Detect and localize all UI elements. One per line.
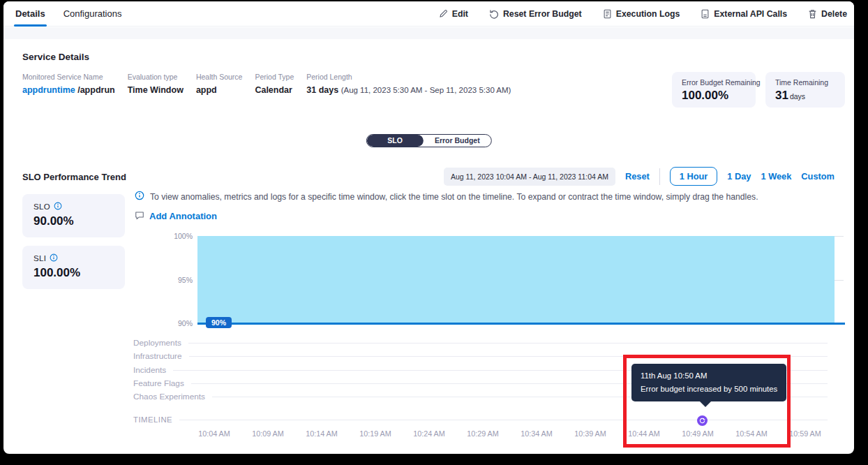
evaluation-type-label: Evaluation type xyxy=(128,73,184,81)
reset-button[interactable]: Reset xyxy=(625,171,650,182)
range-custom[interactable]: Custom xyxy=(801,171,835,182)
lane-line xyxy=(189,356,828,357)
x-tick: 10:29 AM xyxy=(462,429,504,438)
period-length-value: 31 days xyxy=(306,85,338,95)
x-tick: 10:54 AM xyxy=(731,429,772,438)
x-tick: 10:04 AM xyxy=(193,429,235,438)
edit-icon xyxy=(439,9,448,18)
y-tick-95: 95% xyxy=(161,276,193,284)
app-window: Details Configurations Edit Reset Error … xyxy=(3,1,854,454)
toggle-error-budget[interactable]: Error Budget xyxy=(424,135,491,147)
time-remaining-unit: days xyxy=(790,92,805,101)
add-annotation-button[interactable]: Add Annotation xyxy=(135,210,217,222)
range-1-day[interactable]: 1 Day xyxy=(727,171,751,182)
header-divider-band xyxy=(3,27,854,39)
tab-details[interactable]: Details xyxy=(15,1,45,27)
delete-button-label: Delete xyxy=(821,9,847,19)
sli-value: 100.00% xyxy=(33,266,114,280)
time-range-controls: Aug 11, 2023 10:04 AM - Aug 11, 2023 11:… xyxy=(444,167,835,186)
reset-error-budget-label: Reset Error Budget xyxy=(503,9,582,19)
slo-target-line xyxy=(197,323,845,325)
x-tick: 10:19 AM xyxy=(354,429,396,438)
edit-button-label: Edit xyxy=(452,9,468,19)
sli-label: SLI xyxy=(33,254,46,263)
toolbar: Edit Reset Error Budget Execution Logs E… xyxy=(439,9,847,19)
y-tick-90: 90% xyxy=(161,319,193,327)
timeline-info-text: To view anomalies, metrics and logs for … xyxy=(150,192,758,202)
lane-chaos-experiments-label: Chaos Experiments xyxy=(133,392,205,401)
monitored-service-path: /appdrun xyxy=(77,85,114,95)
annotation-tooltip-text: Error budget increased by 500 minutes xyxy=(641,383,777,396)
evaluation-type-value: Time Window xyxy=(128,85,184,95)
timeline-label: TIMELINE xyxy=(133,415,172,424)
slo-info-icon[interactable] xyxy=(54,202,62,212)
lane-deployments-label: Deployments xyxy=(133,338,181,348)
divider xyxy=(659,168,660,185)
slo-stat-card: SLO 90.00% xyxy=(22,194,125,237)
chat-bubble-icon xyxy=(135,210,144,222)
reset-icon xyxy=(489,9,499,19)
slo-performance-trend-title: SLO Performance Trend xyxy=(22,172,126,182)
field-evaluation-type: Evaluation type Time Window xyxy=(128,73,184,95)
period-length-label: Period Length xyxy=(306,73,511,81)
time-remaining-label: Time Remaining xyxy=(775,78,835,87)
time-remaining-card: Time Remaining 31days xyxy=(765,72,845,108)
external-api-calls-button[interactable]: External API Calls xyxy=(701,9,787,19)
info-icon xyxy=(135,191,144,202)
error-budget-remaining-card: Error Budget Remaining 100.00% xyxy=(672,72,756,108)
field-monitored-service: Monitored Service Name appdruntime /appd… xyxy=(22,73,115,95)
error-budget-remaining-label: Error Budget Remaining xyxy=(682,78,746,87)
external-api-calls-label: External API Calls xyxy=(714,9,787,19)
toggle-slo[interactable]: SLO xyxy=(366,135,424,147)
service-details-fields: Monitored Service Name appdruntime /appd… xyxy=(22,73,511,95)
range-1-hour[interactable]: 1 Hour xyxy=(670,167,718,186)
y-tick-100: 100% xyxy=(161,232,193,240)
annotation-tooltip-time: 11th Aug 10:50 AM xyxy=(641,369,777,383)
sli-stat-card: SLI 100.00% xyxy=(22,246,125,289)
slo-label: SLO xyxy=(33,202,50,211)
period-type-label: Period Type xyxy=(255,73,294,81)
delete-button[interactable]: Delete xyxy=(808,9,847,19)
error-budget-remaining-value: 100.00% xyxy=(682,89,746,103)
trash-icon xyxy=(808,9,817,19)
slo-error-budget-toggle: SLO Error Budget xyxy=(366,134,491,147)
annotation-tooltip: 11th Aug 10:50 AM Error budget increased… xyxy=(631,364,786,401)
x-tick: 10:24 AM xyxy=(408,429,450,438)
lane-feature-flags-label: Feature Flags xyxy=(133,378,184,388)
execution-logs-button[interactable]: Execution Logs xyxy=(603,9,680,19)
period-length-detail: (Aug 11, 2023 5:30 AM - Sep 11, 2023 5:3… xyxy=(341,86,511,94)
time-remaining-value: 31 xyxy=(775,89,788,102)
x-tick: 10:34 AM xyxy=(516,429,558,438)
add-annotation-label: Add Annotation xyxy=(149,211,217,221)
x-tick: 10:44 AM xyxy=(623,429,665,438)
execution-logs-label: Execution Logs xyxy=(616,9,680,19)
x-tick: 10:39 AM xyxy=(569,429,611,438)
period-type-value: Calendar xyxy=(255,85,294,95)
edit-button[interactable]: Edit xyxy=(439,9,468,19)
annotation-marker-icon[interactable] xyxy=(697,415,708,426)
document-lines-icon xyxy=(701,9,710,19)
lane-infrastructure[interactable]: Infrastructure xyxy=(133,351,828,361)
sli-info-icon[interactable] xyxy=(50,253,58,263)
health-source-value: appd xyxy=(196,85,243,95)
x-tick: 10:09 AM xyxy=(247,429,289,438)
monitored-service-link[interactable]: appdruntime xyxy=(22,85,75,95)
slo-value: 90.00% xyxy=(33,214,114,228)
lane-deployments[interactable]: Deployments xyxy=(133,338,828,348)
date-range-chip: Aug 11, 2023 10:04 AM - Aug 11, 2023 11:… xyxy=(444,168,615,186)
field-health-source: Health Source appd xyxy=(196,73,243,95)
lane-infrastructure-label: Infrastructure xyxy=(133,351,182,361)
timeline-info: To view anomalies, metrics and logs for … xyxy=(135,191,758,202)
tab-configurations[interactable]: Configurations xyxy=(63,1,122,27)
document-icon xyxy=(603,9,612,19)
lane-line xyxy=(179,420,828,420)
sli-area-series[interactable] xyxy=(197,236,835,323)
slo-target-badge: 90% xyxy=(206,317,232,328)
x-tick: 10:49 AM xyxy=(677,429,719,438)
x-tick: 10:59 AM xyxy=(784,429,826,438)
reset-error-budget-button[interactable]: Reset Error Budget xyxy=(489,9,582,19)
health-source-label: Health Source xyxy=(196,73,243,81)
lane-timeline[interactable]: TIMELINE xyxy=(133,415,828,425)
range-1-week[interactable]: 1 Week xyxy=(761,171,791,182)
field-period-length: Period Length 31 days (Aug 11, 2023 5:30… xyxy=(306,73,511,95)
